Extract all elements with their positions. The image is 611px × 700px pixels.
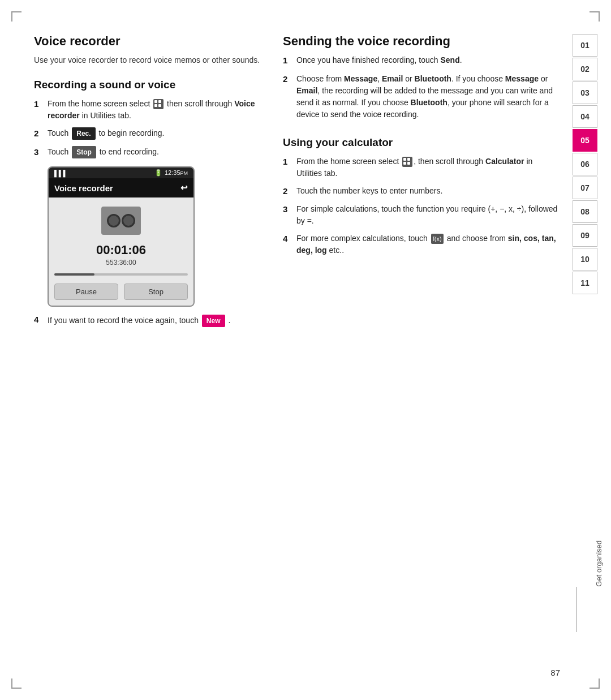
corner-mark-tr [590,11,600,22]
calculator-steps: 1 From the home screen select , then scr… [283,156,560,257]
svg-rect-4 [403,158,406,161]
corner-mark-br [590,678,600,689]
calc-step-4: 4 For more complex calculations, touch f… [283,233,560,256]
sidebar-numbers: 0102030405060708091011 [573,34,600,295]
apps-grid-icon-1 [153,99,163,109]
phone-title-bar: Voice recorder ↩ [49,178,193,197]
page-number: 87 [550,668,560,677]
recording-title: Recording a sound or voice [34,79,260,91]
rec-button: Rec. [72,127,95,140]
sending-steps: 1 Once you have finished recording, touc… [283,54,560,121]
recording-time-sub: 553:36:00 [106,259,136,267]
stop-button: Stop [72,146,96,158]
left-column: Voice recorder Use your voice recorder t… [34,34,272,666]
recording-step-3: 3 Touch Stop to end recording. [34,146,260,159]
calc-step-3: 3 For simple calculations, touch the fun… [283,203,560,227]
stop-btn: Stop [124,284,188,300]
voice-recorder-intro: Use your voice recorder to record voice … [34,54,260,66]
progress-fill [54,273,94,276]
sending-title: Sending the voice recording [283,34,560,49]
corner-mark-bl [11,678,21,689]
sending-step-2: 2 Choose from Message, Email or Bluetoot… [283,73,560,121]
phone-body: 00:01:06 553:36:00 Pause Stop [49,197,193,306]
cassette-icon [101,207,141,235]
svg-rect-7 [407,162,410,165]
apps-grid-icon-2 [402,157,412,167]
sidebar-num-05: 05 [573,129,597,152]
phone-app-title: Voice recorder [54,183,113,193]
svg-rect-5 [407,158,410,161]
sidebar-num-10: 10 [573,248,597,270]
recording-step-2: 2 Touch Rec. to begin recording. [34,127,260,140]
svg-rect-0 [154,100,157,103]
sidebar-num-03: 03 [573,81,597,104]
sidebar-num-01: 01 [573,34,597,57]
recording-time: 00:01:06 [96,243,146,257]
sidebar-num-08: 08 [573,200,597,223]
sending-step-1: 1 Once you have finished recording, touc… [283,54,560,67]
sidebar-num-07: 07 [573,177,597,199]
recording-step-1: 1 From the home screen select then scrol… [34,98,260,122]
recording-steps: 1 From the home screen select then scrol… [34,98,260,158]
time-display-status: 🔋12:35PM [154,169,188,177]
step4-text: If you want to record the voice again, t… [48,315,260,327]
content-area: Voice recorder Use your voice recorder t… [34,34,577,666]
pause-btn: Pause [54,284,118,300]
sidebar-num-06: 06 [573,153,597,175]
svg-rect-3 [158,104,161,107]
get-organised-label: Get organised [595,540,603,587]
signal-icon: ▌▌▌ [54,170,67,177]
side-divider [576,587,577,632]
new-button: New [202,315,225,327]
step4-container: 4 If you want to record the voice again,… [34,315,260,327]
sidebar-num-04: 04 [573,105,597,128]
sidebar-num-09: 09 [573,224,597,247]
svg-rect-6 [403,162,406,165]
progress-bar [54,273,188,276]
voice-recorder-title: Voice recorder [34,34,260,49]
svg-rect-1 [158,100,161,103]
corner-mark-tl [11,11,21,22]
right-column: Sending the voice recording 1 Once you h… [272,34,577,666]
svg-rect-2 [154,104,157,107]
phone-status-bar: ▌▌▌ 🔋12:35PM [49,168,193,178]
fx-icon: f(x) [431,234,444,244]
calc-step-2: 2 Touch the number keys to enter numbers… [283,185,560,198]
calculator-title: Using your calculator [283,136,560,149]
phone-mockup: ▌▌▌ 🔋12:35PM Voice recorder ↩ 00:01:06 5… [48,166,195,307]
back-icon: ↩ [180,183,188,193]
sidebar-num-11: 11 [573,272,597,294]
phone-buttons: Pause Stop [54,284,188,300]
calc-step-1: 1 From the home screen select , then scr… [283,156,560,179]
sidebar-num-02: 02 [573,58,597,80]
